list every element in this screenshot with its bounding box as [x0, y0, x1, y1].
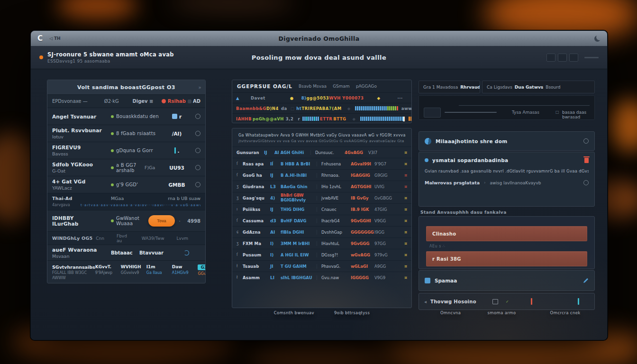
scan-table-row[interactable]: ſ Cassuma d3 BvHF DAVG IhacrbG4 9GvGGHI …	[232, 215, 411, 226]
chevron-right-icon[interactable]: »	[198, 85, 201, 90]
strip-header-row[interactable]: ▲Davet●8)gg@5053WVH Y000073◆······	[232, 93, 411, 103]
os-info-row: WINDGhLy OG5 Cnn Fbvd au WA39/Tww Lvvm	[47, 232, 205, 245]
strip-data-row[interactable]: Baamnbb&GD)N4da□htTRIREPABA7(AM◆awww 202…	[232, 103, 411, 114]
history-ring-icon[interactable]	[195, 165, 200, 170]
gear-icon[interactable]: ¤	[404, 207, 407, 212]
fix-button[interactable]: Tova	[148, 215, 175, 227]
status-text: GwWanot Wuaaa	[116, 216, 148, 226]
os-cell: Lvvm	[177, 236, 188, 241]
column-header[interactable]: EPDsvonaxe —	[52, 99, 102, 104]
checkbox-icon[interactable]	[492, 299, 498, 304]
table-row[interactable]: Sdfob YGKooo G-Oat a B GG7 arshalb F)Ga	[47, 159, 205, 176]
status-green-dot	[111, 115, 114, 118]
row-type-icon: ł	[237, 275, 243, 280]
history-ring-icon[interactable]	[583, 138, 589, 144]
table-row[interactable]: FIGREVU9 Bavoss gDquna G Gorr	[47, 142, 205, 159]
scan-table-row[interactable]: ı Psiiikss IJ THIG DIHG Cnauec IB.9 IGK …	[232, 203, 411, 215]
scan-table-row[interactable]: ʒ Giudrana L3 BAoGa Ghin IHo 1zvhL AGTGG…	[232, 181, 411, 192]
scan-table-row[interactable]: ʒ FXM Ma I) 3MM M IrBHI IHavhtuL 9GvGGG …	[232, 237, 411, 249]
slider-knob[interactable]	[424, 108, 441, 118]
table-row[interactable]: Plubt. Rsvvbunar Iotuv 8 fGaab rsiaatts	[47, 125, 205, 142]
scan-table-row[interactable]: Gunsuran IJ AI AGH GhiHi Dunsuuc. 4GvAGG…	[232, 146, 411, 158]
filter-box[interactable]: Gra 1 Mavadosa Rhrvaud	[419, 81, 480, 93]
column-header[interactable]: Digev ≡	[132, 99, 159, 104]
column-header[interactable]: Rsihab	[162, 99, 186, 104]
divider-line	[459, 105, 590, 106]
scan-table-row[interactable]: ł Tsauab JI T GU GAHM PhavvaG. wGLaGI A9…	[232, 260, 411, 272]
filter-box[interactable]: Ca Ligsdavs Dua Gatwvs Bsourd	[482, 81, 595, 93]
gear-icon[interactable]: ¤	[404, 218, 407, 223]
scan-table-row[interactable]: ſ Pusaum I) A HGI IL EIW DGssg?! wGvAGG …	[232, 249, 411, 260]
row-cell: Bbtaaac	[111, 250, 139, 255]
scan-table-row[interactable]: ſ GsoG ha IJ B A.HI-IhIBI Rhrnaoa. IGAGG…	[232, 169, 411, 181]
path-row[interactable]: Thai-Ad MGaa rna b UB suaw 4arvgava t·aı…	[47, 193, 205, 210]
footer-link[interactable]: Omcrcra cnek	[550, 310, 581, 315]
malware-link[interactable]: awisg lavllnanoaKvayvb	[490, 181, 541, 185]
table-row[interactable]: Angel Tsvanuar Bouaskkdatu den	[47, 108, 205, 125]
footer-link[interactable]: Comsnth bwenuav	[274, 310, 314, 315]
strip-menu-item[interactable]: Bsavb Msvaa	[299, 84, 327, 89]
back-arrow-icon[interactable]: ◂	[424, 299, 427, 304]
status-text: g'9 GGD'	[116, 182, 138, 187]
gear-icon[interactable]: ¤	[404, 275, 407, 280]
threat-count: AGTGGHI	[351, 184, 374, 189]
strip-text: ▌	[403, 117, 407, 121]
file-path-link[interactable]: t·aıtvaa·aav·vaaıaaa·a·vaıav···ıaavı····…	[81, 203, 200, 207]
red-marker-bar[interactable]	[531, 298, 532, 305]
edit-pencil-icon[interactable]	[583, 278, 589, 283]
row-sublabel: G-Oat	[52, 168, 111, 173]
strip-text: ◆	[353, 117, 356, 121]
secondary-name: IhacrbG4	[317, 218, 351, 223]
slider-track[interactable]	[445, 112, 497, 113]
column-header[interactable]: AD	[188, 99, 200, 104]
gear-icon[interactable]: ¤	[404, 162, 407, 166]
gear-icon[interactable]: ¤	[404, 196, 407, 200]
gear-icon[interactable]: ¤	[404, 150, 407, 155]
history-ring-icon[interactable]	[195, 114, 200, 119]
spam-card[interactable]: Spamaa	[419, 270, 595, 291]
delete-icon[interactable]	[584, 158, 589, 163]
gear-icon[interactable]: ¤	[404, 241, 407, 246]
table-row[interactable]: 4+ Gat VGd YAWLacz g'9 GGD'	[47, 176, 205, 193]
detail-value: fIBIa DGHI	[281, 230, 304, 235]
update-row[interactable]: aueF Wvaraona Msvaan Bbtaaac Btavvuar	[47, 245, 205, 261]
stat-value: A1HGlv9	[172, 271, 198, 275]
row-value: r	[179, 114, 182, 119]
gear-icon[interactable]: ¤	[404, 184, 407, 189]
history-ring-icon[interactable]	[583, 180, 589, 185]
scan-table-row[interactable]: ʒ Gaag'squ 4) BhBrI GBW BGIGBIvvIy jvwbA…	[232, 192, 411, 203]
center-footer-links: Comsnth bwenuav 9oib bttrsaqtyss	[232, 310, 412, 315]
column-header[interactable]: Ø2·kG	[104, 99, 131, 104]
secondary-name: Dunsuuc.	[310, 150, 345, 155]
strip-data-row[interactable]: IAHHBpoGh@@aVH3,2rETTRBTTG◆▌	[232, 114, 411, 124]
misc-count: 97GG	[374, 241, 394, 246]
strip-menu-item[interactable]: pAGGAGo	[356, 84, 377, 89]
restore-button[interactable]: r Rasi 38G	[426, 251, 587, 266]
history-ring-icon[interactable]	[195, 182, 200, 187]
scan-table-row[interactable]: ɕ GdAzna AI fIBIa DGHI DvshhGap GGGGGGG …	[232, 226, 411, 237]
history-ring-icon[interactable]	[195, 148, 200, 153]
cyan-badge[interactable]: G3B	[198, 264, 206, 270]
strip-menu-item[interactable]: GSmam	[333, 84, 350, 89]
protection-card[interactable]: Milaaajhotinto shre dom	[419, 131, 595, 151]
history-ring-icon[interactable]	[195, 131, 200, 136]
gear-icon[interactable]: ¤	[404, 230, 407, 235]
stat-title: I1m	[146, 264, 172, 269]
detail-value: BGIGBIvvIy	[281, 198, 306, 202]
refresh-icon[interactable]	[184, 250, 189, 255]
gear-icon[interactable]: ¤	[404, 264, 407, 269]
stats-column: I1m Ga llaua	[146, 264, 172, 275]
scan-table-row[interactable]: ſ Rsas apa Iĺ B HBB A BrBI Fnhusena AGva…	[232, 158, 411, 169]
section-label: Stand Anvasuphhh dasu fankalva	[420, 210, 507, 215]
stats-column: Daw A1HGlv9	[172, 264, 198, 275]
scan-table-row[interactable]: ł Asamm LI sIhL IBGHGAU Gvu.naw IGGGGG V…	[232, 272, 411, 283]
cyan-marker-bar[interactable]	[578, 298, 579, 305]
threat-count: 9GvGGG	[351, 241, 374, 246]
gear-icon[interactable]: ¤	[404, 173, 407, 178]
gear-icon[interactable]: ¤	[404, 253, 407, 257]
footer-link[interactable]: 9oib bttrsaqtyss	[334, 310, 370, 315]
row-label: 4+ Gat VGd	[52, 179, 111, 184]
footer-link[interactable]: Omncvna	[440, 310, 461, 315]
footer-link[interactable]: smoma armo	[487, 310, 516, 315]
quarantine-button[interactable]: Clinasho	[426, 226, 587, 241]
